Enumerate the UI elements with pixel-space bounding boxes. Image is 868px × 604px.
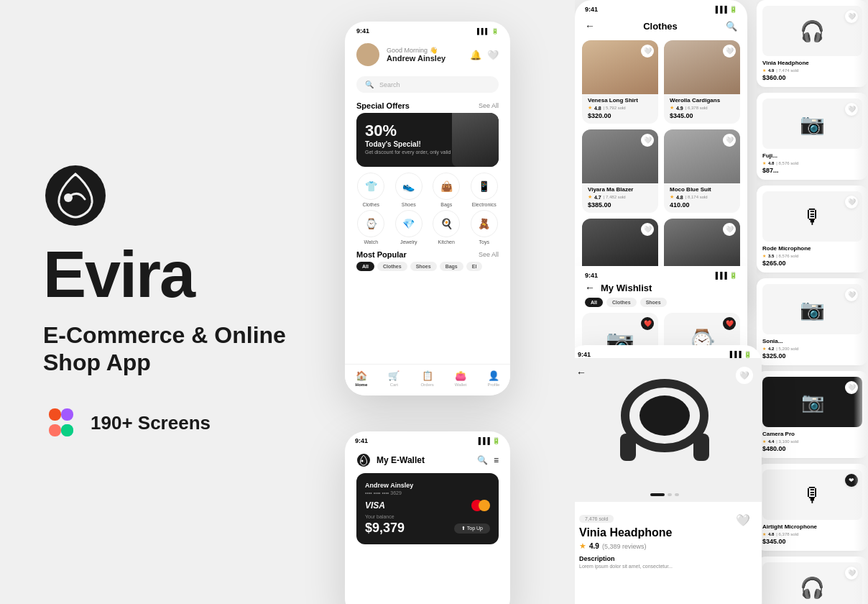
category-electronics[interactable]: 📱 Electronics — [467, 173, 502, 207]
catalog-item-camera-black[interactable]: 📷 🤍 Camera Pro ★ 4.4 | 3,100 sold $480.0… — [757, 371, 868, 458]
svg-point-8 — [361, 460, 364, 462]
catalog-price-rode: $265.00 — [762, 260, 862, 267]
category-clothes[interactable]: 👕 Clothes — [354, 173, 389, 207]
wishlist-header: ← My Wishlist — [575, 279, 747, 298]
nav-cart[interactable]: 🛒 Cart — [388, 370, 400, 387]
heart-4[interactable]: 🤍 — [723, 134, 736, 147]
clothes-title: Clothes — [643, 21, 678, 32]
image-dots — [650, 493, 679, 496]
promo-figure — [452, 113, 499, 167]
heart-6[interactable]: 🤍 — [723, 223, 736, 236]
left-section: Evira E-Commerce & Online Shop App 190+ … — [0, 0, 331, 604]
catalog-item-camera2[interactable]: 📷 🤍 Sonia... ★ 4.2 | 5,200 sold $325.00 — [757, 278, 868, 365]
toys-label: Toys — [479, 239, 489, 244]
special-offers-title: Special Offers — [356, 101, 410, 110]
middle-section: 9:41 ▌▌▌ 🔋 Good Morning 👋 Andrew Ainsley… — [331, 0, 575, 604]
nav-profile[interactable]: 👤 Profile — [487, 370, 499, 387]
categories-grid: 👕 Clothes 👟 Shoes 👜 Bags 📱 Electronics ⌚… — [345, 167, 510, 247]
catalog-item-headphone[interactable]: 🎧 🤍 Vinia Headphone ★ 4.9 | 7,474 sold $… — [757, 0, 868, 87]
bags-icon: 👜 — [433, 173, 460, 200]
search-bar[interactable]: 🔍 Search — [356, 76, 499, 93]
wallet-menu-icon[interactable]: ≡ — [494, 455, 499, 465]
wallet-search-icon[interactable]: 🔍 — [477, 455, 488, 465]
chip-all[interactable]: All — [356, 262, 374, 271]
clothes-back[interactable]: ← — [585, 20, 595, 32]
wishlist-time: 9:41 — [585, 272, 598, 279]
catalog-item-rode[interactable]: 🎙 🤍 Rode Microphone ★ 3.5 | 8,576 sold $… — [757, 186, 868, 273]
user-name: Andrew Ainsley — [387, 54, 470, 63]
product-rating: ★ 4.9 (5,389 reviews) — [579, 541, 750, 551]
avatar — [356, 43, 379, 66]
catalog-name-fuji: Fuji... — [762, 152, 862, 159]
product-rating-val: 4.9 — [589, 542, 599, 550]
most-popular-see-all[interactable]: See All — [479, 251, 499, 258]
clothes-item-4[interactable]: 🤍 Moco Blue Suit ★ 4.8 | 8,174 sold 410.… — [664, 129, 740, 213]
catalog-item-fuji[interactable]: 📷 🤍 Fuji... ★ 4.8 | 8,576 sold $87... — [757, 93, 868, 180]
chip-bags[interactable]: Bags — [440, 262, 463, 271]
clothes-item-3[interactable]: 🤍 Viyara Ma Blazer ★ 4.7 | 7,482 sold $3… — [582, 129, 658, 213]
catalog-item-silent[interactable]: 🎧 🤍 Silent Headphone ★ 4.5 | 5,372 sold … — [757, 557, 868, 604]
nav-home[interactable]: 🏠 Home — [356, 370, 368, 387]
jewelry-label: Jewelry — [400, 239, 417, 244]
see-all-link[interactable]: See All — [479, 102, 499, 109]
heart-1[interactable]: 🤍 — [641, 45, 654, 58]
wishlist-icon[interactable]: 🤍 — [487, 50, 499, 60]
wishlist-heart-camera[interactable]: ❤️ — [641, 317, 654, 330]
product-back[interactable]: ← — [576, 367, 586, 378]
category-toys[interactable]: 🧸 Toys — [467, 210, 502, 244]
wishlist-chip-shoes[interactable]: Shoes — [640, 298, 667, 307]
catalog-item-airtight[interactable]: 🎙 ❤ Airtight Microphone ★ 4.8 | 6,378 so… — [757, 464, 868, 551]
wishlist-filter-chips: All Clothes Shoes — [575, 298, 747, 313]
electronics-label: Electronics — [472, 202, 497, 207]
wishlist-chip-all[interactable]: All — [585, 298, 603, 307]
category-shoes[interactable]: 👟 Shoes — [392, 173, 427, 207]
heart-5[interactable]: 🤍 — [641, 223, 654, 236]
clothes-label: Clothes — [362, 202, 379, 207]
phone-home: 9:41 ▌▌▌ 🔋 Good Morning 👋 Andrew Ainsley… — [345, 22, 510, 395]
watch-icon: ⌚ — [357, 210, 384, 237]
balance-amount: $9,379 — [365, 521, 405, 536]
chip-clothes[interactable]: Clothes — [377, 262, 407, 271]
clothes-item-1[interactable]: 🤍 Venesa Long Shirt ★ 4.8 | 5,792 sold $… — [582, 40, 658, 124]
chip-el[interactable]: El — [466, 262, 483, 271]
wishlist-chip-clothes[interactable]: Clothes — [606, 298, 637, 307]
wallet-header: My E-Wallet 🔍 ≡ — [345, 444, 510, 473]
wishlist-heart-watch[interactable]: ❤️ — [723, 317, 736, 330]
catalog-price-camera2: $325.00 — [762, 352, 862, 360]
card-number: •••• •••• •••• 3629 — [365, 490, 490, 495]
product-star: ★ — [579, 541, 586, 551]
category-bags[interactable]: 👜 Bags — [429, 173, 464, 207]
product-wishlist[interactable]: 🤍 — [736, 367, 753, 384]
shoes-label: Shoes — [402, 202, 416, 207]
rating-row-1: ★ 4.8 | 5,792 sold — [588, 105, 652, 111]
status-icons: ▌▌▌ 🔋 — [477, 28, 499, 35]
category-watch[interactable]: ⌚ Watch — [354, 210, 389, 244]
wallet-card: Andrew Ainsley •••• •••• •••• 3629 VISA … — [356, 473, 499, 544]
wishlist-back[interactable]: ← — [585, 282, 595, 293]
heart-2[interactable]: 🤍 — [723, 45, 736, 58]
clothes-search-icon[interactable]: 🔍 — [726, 21, 737, 32]
heart-3[interactable]: 🤍 — [641, 134, 654, 147]
clothes-status: 9:41 ▌▌▌🔋 — [575, 0, 747, 13]
clothes-info-2: Werolla Cardigans ★ 4.9 | 6,378 sold $34… — [664, 94, 740, 124]
search-icon: 🔍 — [365, 81, 374, 88]
category-kitchen[interactable]: 🍳 Kitchen — [429, 210, 464, 244]
catalog-name-camera-black: Camera Pro — [762, 431, 862, 437]
right-edge-fade — [854, 0, 868, 604]
greeting-line: Good Morning 👋 — [387, 47, 470, 54]
category-jewelry[interactable]: 💎 Jewelry — [392, 210, 427, 244]
top-up-button[interactable]: ⬆ Top Up — [454, 523, 490, 534]
clothes-item-2[interactable]: 🤍 Werolla Cardigans ★ 4.9 | 6,378 sold $… — [664, 40, 740, 124]
nav-wallet[interactable]: 👛 Wallet — [455, 370, 466, 387]
catalog-name-headphone: Vinia Headphone — [762, 60, 862, 66]
product-wishlist-icon[interactable]: 🤍 — [736, 513, 750, 527]
rating-row-2: ★ 4.9 | 6,378 sold — [670, 105, 734, 111]
chip-shoes[interactable]: Shoes — [410, 262, 437, 271]
clothes-icon: 👕 — [357, 173, 384, 200]
svg-point-12 — [640, 395, 690, 436]
mc-right-circle — [479, 500, 490, 511]
orders-icon: 📋 — [422, 370, 433, 381]
clothes-header: ← Clothes 🔍 — [575, 13, 747, 36]
notification-icon[interactable]: 🔔 — [470, 50, 481, 60]
nav-orders[interactable]: 📋 Orders — [420, 370, 433, 387]
